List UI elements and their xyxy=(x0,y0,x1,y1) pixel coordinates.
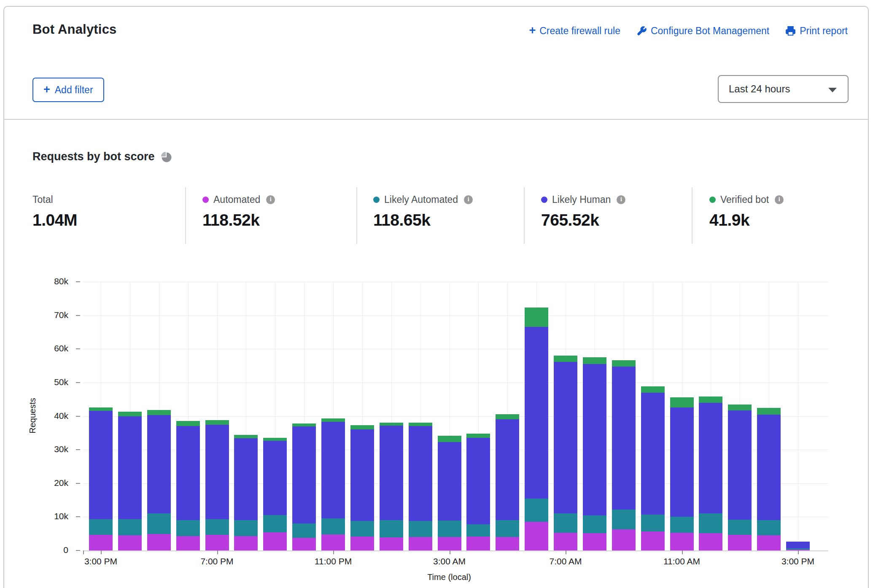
bar-segment-verified-bot xyxy=(612,360,636,366)
stat-divider xyxy=(185,187,186,244)
bar-segment-automated xyxy=(670,533,694,550)
add-filter-button[interactable]: + Add filter xyxy=(32,78,104,102)
bar-segment-likely-human xyxy=(786,542,810,548)
stat-likely-automated-label: Likely Automated xyxy=(384,194,458,205)
bar-9-00-am[interactable] xyxy=(612,360,636,550)
x-tick-label: 11:00 PM xyxy=(295,556,371,566)
bar-segment-likely-automated xyxy=(118,519,142,535)
bar-segment-verified-bot xyxy=(409,423,432,426)
x-tick-mark xyxy=(101,550,102,554)
bar-segment-likely-human xyxy=(350,429,374,521)
bar-10-00-am[interactable] xyxy=(641,386,665,550)
bar-segment-automated xyxy=(380,537,403,550)
y-tick-label: 10k xyxy=(22,511,68,521)
bar-3-00-pm[interactable] xyxy=(89,407,113,550)
info-icon[interactable]: i xyxy=(464,195,473,204)
stat-verified-bot-label: Verified bot xyxy=(720,194,769,205)
info-icon[interactable]: i xyxy=(266,195,275,204)
bar-segment-verified-bot xyxy=(670,397,694,407)
bar-segment-likely-automated xyxy=(409,521,432,537)
y-tick-label: 0 xyxy=(22,545,68,555)
stat-total-value: 1.04M xyxy=(32,211,77,229)
x-tick-mark xyxy=(217,550,218,554)
x-tick-label: 11:00 AM xyxy=(644,556,720,566)
bar-segment-likely-automated xyxy=(525,499,548,522)
bar-2-00-pm[interactable] xyxy=(757,408,781,550)
wrench-icon xyxy=(636,26,647,36)
bar-1-00-pm[interactable] xyxy=(728,405,752,550)
bar-3-00-am[interactable] xyxy=(438,436,461,550)
bar-segment-automated xyxy=(350,537,374,550)
plus-icon: + xyxy=(43,84,50,95)
bar-segment-automated xyxy=(583,533,606,550)
bar-9-00-pm[interactable] xyxy=(263,437,287,550)
v-gridline xyxy=(798,282,798,550)
bar-2-00-am[interactable] xyxy=(409,423,432,550)
bar-segment-likely-automated xyxy=(612,510,636,529)
bar-11-00-pm[interactable] xyxy=(321,418,345,550)
bar-4-00-am[interactable] xyxy=(466,434,490,550)
bar-segment-verified-bot xyxy=(554,356,577,361)
bar-segment-automated xyxy=(641,531,665,550)
print-report-link[interactable]: Print report xyxy=(785,25,848,37)
bar-3-00-pm[interactable] xyxy=(786,542,810,550)
x-axis-title: Time (local) xyxy=(365,572,534,582)
bar-6-00-am[interactable] xyxy=(525,307,548,550)
bar-segment-likely-automated xyxy=(263,515,287,532)
bar-8-00-am[interactable] xyxy=(583,357,606,550)
configure-bot-management-label: Configure Bot Management xyxy=(651,25,769,37)
bar-11-00-am[interactable] xyxy=(670,397,694,550)
y-tick-label: 40k xyxy=(22,411,68,421)
x-tick-mark xyxy=(798,550,799,554)
create-firewall-rule-link[interactable]: + Create firewall rule xyxy=(529,25,620,37)
bar-segment-automated xyxy=(438,537,461,550)
bar-segment-likely-automated xyxy=(438,521,461,537)
bar-1-00-am[interactable] xyxy=(380,423,403,550)
bar-8-00-pm[interactable] xyxy=(234,435,258,550)
stat-likely-human-label: Likely Human xyxy=(552,194,611,205)
bar-segment-likely-human xyxy=(438,442,461,521)
x-tick-label: 3:00 PM xyxy=(760,556,836,566)
h-gridline xyxy=(83,316,828,316)
info-icon[interactable]: i xyxy=(617,195,625,204)
y-tick-mark xyxy=(76,281,80,282)
stat-likely-automated-value: 118.65k xyxy=(373,211,473,229)
configure-bot-management-link[interactable]: Configure Bot Management xyxy=(636,25,769,37)
bar-segment-automated xyxy=(554,533,577,550)
y-tick-mark xyxy=(76,483,80,484)
bar-4-00-pm[interactable] xyxy=(118,412,142,550)
stat-verified-bot: Verified bot i 41.9k xyxy=(709,194,784,229)
bar-segment-verified-bot xyxy=(292,423,316,426)
bar-segment-likely-human xyxy=(409,426,432,521)
stat-automated-value: 118.52k xyxy=(202,211,275,229)
bar-segment-automated xyxy=(321,534,345,550)
y-tick-label: 80k xyxy=(22,276,68,286)
bar-segment-likely-automated xyxy=(496,520,519,537)
bar-10-00-pm[interactable] xyxy=(292,423,316,550)
bar-segment-likely-human xyxy=(263,441,287,515)
bar-12-00-am[interactable] xyxy=(350,425,374,550)
add-filter-label: Add filter xyxy=(55,84,93,96)
automated-dot-icon xyxy=(202,197,209,203)
bar-segment-verified-bot xyxy=(699,396,722,403)
y-tick-mark xyxy=(76,315,80,316)
stat-divider xyxy=(692,187,692,244)
bar-7-00-am[interactable] xyxy=(554,356,577,550)
bar-segment-verified-bot xyxy=(583,357,606,364)
page-title: Bot Analytics xyxy=(32,22,117,37)
bar-6-00-pm[interactable] xyxy=(176,421,200,550)
bar-segment-likely-human xyxy=(292,426,316,523)
bar-7-00-pm[interactable] xyxy=(205,420,229,550)
info-icon[interactable]: i xyxy=(775,195,784,204)
bar-5-00-am[interactable] xyxy=(496,414,519,550)
bar-5-00-pm[interactable] xyxy=(147,410,171,550)
bar-segment-automated xyxy=(263,532,287,550)
time-range-select[interactable]: Last 24 hours xyxy=(718,75,849,103)
printer-icon xyxy=(785,26,796,36)
bot-analytics-card: Bot Analytics + Create firewall rule Con… xyxy=(3,6,869,588)
bar-12-00-pm[interactable] xyxy=(699,396,722,550)
bar-segment-verified-bot xyxy=(89,407,113,411)
x-tick-mark xyxy=(682,550,683,554)
stat-divider xyxy=(356,187,357,244)
bar-segment-automated xyxy=(292,538,316,550)
